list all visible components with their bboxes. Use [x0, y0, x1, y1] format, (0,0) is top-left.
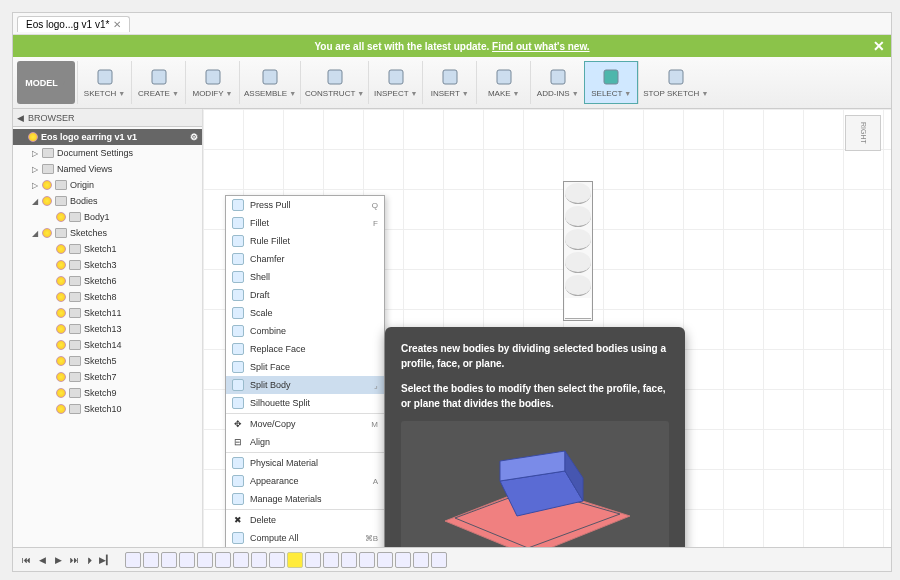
tree-item-sketch11[interactable]: Sketch11 — [13, 305, 202, 321]
tree-item-origin[interactable]: ▷Origin — [13, 177, 202, 193]
menu-item-appearance[interactable]: AppearanceA — [226, 472, 384, 490]
visibility-bulb-icon[interactable] — [56, 372, 66, 382]
timeline-step[interactable] — [161, 552, 177, 568]
menu-item-manage-materials[interactable]: Manage Materials — [226, 490, 384, 508]
expand-icon[interactable]: ▷ — [31, 181, 39, 190]
timeline-step[interactable] — [413, 552, 429, 568]
timeline-step[interactable] — [143, 552, 159, 568]
expand-icon[interactable]: ◢ — [31, 197, 39, 206]
menu-item-move-copy[interactable]: ✥Move/CopyM — [226, 415, 384, 433]
visibility-bulb-icon[interactable] — [56, 388, 66, 398]
tree-item-sketch10[interactable]: Sketch10 — [13, 401, 202, 417]
toolbar-insert[interactable]: INSERT▼ — [422, 61, 476, 104]
timeline-step[interactable] — [251, 552, 267, 568]
tree-item-sketch8[interactable]: Sketch8 — [13, 289, 202, 305]
timeline-control[interactable]: ◀ — [35, 553, 49, 567]
toolbar-modify[interactable]: MODIFY▼ — [185, 61, 239, 104]
tree-item-sketches[interactable]: ◢Sketches — [13, 225, 202, 241]
menu-item-replace-face[interactable]: Replace Face — [226, 340, 384, 358]
menu-item-physical-material[interactable]: Physical Material — [226, 454, 384, 472]
menu-item-combine[interactable]: Combine — [226, 322, 384, 340]
visibility-bulb-icon[interactable] — [56, 340, 66, 350]
expand-icon[interactable]: ◢ — [31, 229, 39, 238]
visibility-bulb-icon[interactable] — [56, 212, 66, 222]
visibility-bulb-icon[interactable] — [56, 260, 66, 270]
toolbar-create[interactable]: CREATE▼ — [131, 61, 185, 104]
toolbar-inspect[interactable]: INSPECT▼ — [368, 61, 422, 104]
menu-item-silhouette-split[interactable]: Silhouette Split — [226, 394, 384, 412]
expand-icon[interactable]: ▷ — [31, 149, 39, 158]
tree-item-body1[interactable]: Body1 — [13, 209, 202, 225]
browser-header[interactable]: ◀ BROWSER — [13, 109, 202, 127]
menu-item-draft[interactable]: Draft — [226, 286, 384, 304]
visibility-bulb-icon[interactable] — [56, 404, 66, 414]
menu-item-align[interactable]: ⊟Align — [226, 433, 384, 451]
banner-link[interactable]: Find out what's new. — [492, 41, 590, 52]
menu-item-press-pull[interactable]: Press PullQ — [226, 196, 384, 214]
timeline-step[interactable] — [305, 552, 321, 568]
timeline-control[interactable]: ⏭ — [67, 553, 81, 567]
toolbar-construct[interactable]: CONSTRUCT▼ — [300, 61, 368, 104]
document-tab[interactable]: Eos logo...g v1 v1* ✕ — [17, 16, 130, 32]
expand-icon[interactable]: ◢ — [17, 133, 25, 142]
toolbar-sketch[interactable]: SKETCH▼ — [77, 61, 131, 104]
tree-item-sketch7[interactable]: Sketch7 — [13, 369, 202, 385]
menu-item-split-face[interactable]: Split Face — [226, 358, 384, 376]
workspace-switcher[interactable]: MODEL ▼ — [17, 61, 75, 104]
timeline-step[interactable] — [197, 552, 213, 568]
menu-item-split-body[interactable]: Split Body⌟ — [226, 376, 384, 394]
menu-item-fillet[interactable]: FilletF — [226, 214, 384, 232]
timeline-step[interactable] — [125, 552, 141, 568]
expand-icon[interactable]: ▷ — [31, 165, 39, 174]
tree-item-sketch1[interactable]: Sketch1 — [13, 241, 202, 257]
visibility-bulb-icon[interactable] — [28, 132, 38, 142]
visibility-bulb-icon[interactable] — [56, 292, 66, 302]
tree-item-sketch14[interactable]: Sketch14 — [13, 337, 202, 353]
menu-item-chamfer[interactable]: Chamfer — [226, 250, 384, 268]
toolbar-assemble[interactable]: ASSEMBLE▼ — [239, 61, 300, 104]
timeline-step[interactable] — [179, 552, 195, 568]
visibility-bulb-icon[interactable] — [56, 324, 66, 334]
visibility-bulb-icon[interactable] — [56, 308, 66, 318]
menu-item-shell[interactable]: Shell — [226, 268, 384, 286]
toolbar-add-ins[interactable]: ADD-INS▼ — [530, 61, 584, 104]
timeline-step[interactable] — [269, 552, 285, 568]
tree-item-sketch9[interactable]: Sketch9 — [13, 385, 202, 401]
close-tab-icon[interactable]: ✕ — [113, 19, 121, 30]
timeline-step[interactable] — [359, 552, 375, 568]
visibility-bulb-icon[interactable] — [56, 244, 66, 254]
tree-item-document-settings[interactable]: ▷Document Settings — [13, 145, 202, 161]
visibility-bulb-icon[interactable] — [42, 228, 52, 238]
banner-close-icon[interactable]: ✕ — [873, 38, 885, 54]
menu-item-scale[interactable]: Scale — [226, 304, 384, 322]
timeline-step[interactable] — [341, 552, 357, 568]
timeline-step[interactable] — [287, 552, 303, 568]
gear-icon[interactable]: ⚙ — [190, 132, 202, 142]
timeline-step[interactable] — [215, 552, 231, 568]
timeline-control[interactable]: ⏵ — [83, 553, 97, 567]
tree-item-sketch3[interactable]: Sketch3 — [13, 257, 202, 273]
timeline-control[interactable]: ⏮ — [19, 553, 33, 567]
tree-item-sketch5[interactable]: Sketch5 — [13, 353, 202, 369]
tree-item-bodies[interactable]: ◢Bodies — [13, 193, 202, 209]
timeline-step[interactable] — [233, 552, 249, 568]
toolbar-select[interactable]: SELECT▼ — [584, 61, 638, 104]
timeline-step[interactable] — [431, 552, 447, 568]
menu-item-rule-fillet[interactable]: Rule Fillet — [226, 232, 384, 250]
timeline-step[interactable] — [395, 552, 411, 568]
tree-item-sketch6[interactable]: Sketch6 — [13, 273, 202, 289]
visibility-bulb-icon[interactable] — [56, 276, 66, 286]
timeline-control[interactable]: ▶▎ — [99, 553, 113, 567]
sketch-geometry[interactable] — [563, 181, 593, 321]
timeline-step[interactable] — [323, 552, 339, 568]
menu-item-delete[interactable]: ✖Delete — [226, 511, 384, 529]
toolbar-make[interactable]: MAKE▼ — [476, 61, 530, 104]
tree-item-named-views[interactable]: ▷Named Views — [13, 161, 202, 177]
tree-root[interactable]: ◢Eos logo earring v1 v1⚙ — [13, 129, 202, 145]
view-cube[interactable]: RIGHT — [845, 115, 881, 151]
timeline-control[interactable]: ▶ — [51, 553, 65, 567]
tree-item-sketch13[interactable]: Sketch13 — [13, 321, 202, 337]
visibility-bulb-icon[interactable] — [56, 356, 66, 366]
visibility-bulb-icon[interactable] — [42, 196, 52, 206]
visibility-bulb-icon[interactable] — [42, 180, 52, 190]
